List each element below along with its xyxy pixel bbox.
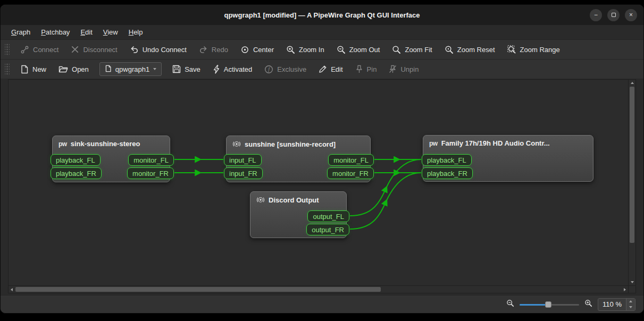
horizontal-scrollbar[interactable] [8,286,629,293]
menu-graph[interactable]: Graph [6,25,36,39]
scroll-left-button[interactable] [9,286,15,293]
node-title: sunshine [sunshine-record] [227,136,370,150]
zoom-in-small-icon[interactable] [584,299,592,309]
pipewire-icon: pw [429,140,438,147]
unpin-icon [389,65,397,73]
new-file-icon [20,65,29,74]
port-monitor-fr[interactable]: monitor_FR [127,167,174,179]
port-monitor-fl[interactable]: monitor_FL [128,154,174,166]
port-input-fr[interactable]: input_FR [224,167,263,179]
port-output-fl[interactable]: output_FL [307,210,349,222]
connect-icon [20,45,29,54]
redo-button[interactable]: Redo [194,43,233,57]
maximize-icon [612,13,616,17]
close-button[interactable]: × [625,9,637,21]
scroll-down-button[interactable] [629,279,635,285]
zoom-value[interactable]: 110 % [598,300,626,308]
open-button[interactable]: Open [53,62,94,76]
zoom-slider-thumb[interactable] [545,301,551,308]
port-output-fr[interactable]: output_FR [306,224,349,235]
center-icon [240,45,249,54]
open-folder-icon [58,65,68,73]
zoom-fit-button[interactable]: Zoom Fit [387,43,437,57]
port-monitor-fr[interactable]: monitor_FR [327,167,374,179]
central-area: pw sink-sunshine-stereo playback_FL play… [1,79,643,295]
port-playback-fr[interactable]: playback_FR [422,167,473,179]
zoom-decrement-button[interactable] [626,305,635,310]
patchbay-selector[interactable]: qpwgraph1 [99,62,162,76]
connections-layer [9,80,629,286]
patchbay-selector-value: qpwgraph1 [115,65,149,73]
statusbar: 110 % [1,295,643,313]
scroll-up-icon [631,82,634,84]
node-title: pw Family 17h/19h HD Audio Contr... [423,136,593,149]
node-sink-sunshine-stereo[interactable]: pw sink-sunshine-stereo playback_FL play… [52,136,170,182]
connect-button[interactable]: Connect [15,43,64,57]
minimize-button[interactable]: − [590,9,602,21]
spin-up-icon [629,300,632,302]
zoom-slider[interactable] [520,300,579,309]
graph-toolbar: Connect Disconnect Undo Connect Redo Cen… [1,40,643,60]
zoom-reset-button[interactable]: Zoom Reset [439,43,500,57]
menu-help[interactable]: Help [123,25,148,39]
activated-toggle[interactable]: Activated [207,62,257,77]
port-input-fl[interactable]: input_FL [224,154,262,166]
scroll-right-icon [624,288,626,291]
undo-icon [130,45,139,54]
toolbar-drag-handle[interactable] [5,44,10,55]
save-button[interactable]: Save [167,62,206,76]
zoom-in-button[interactable]: Zoom In [281,43,330,57]
node-sunshine[interactable]: sunshine [sunshine-record] input_FL inpu… [226,136,371,182]
node-title: pw sink-sunshine-stereo [53,136,170,150]
disconnect-icon [71,45,79,54]
zoom-spin-arrows [626,299,635,310]
node-title-text: Family 17h/19h HD Audio Contr... [441,139,550,147]
maximize-button[interactable] [607,9,620,21]
scroll-down-icon [631,281,634,283]
zoom-out-small-icon[interactable] [506,299,514,309]
unpin-button[interactable]: Unpin [383,62,424,76]
titlebar[interactable]: qpwgraph1 [modified] — A PipeWire Graph … [1,5,643,25]
zoom-out-button[interactable]: Zoom Out [331,43,386,57]
disconnect-button[interactable]: Disconnect [65,43,122,56]
node-family-hd-audio[interactable]: pw Family 17h/19h HD Audio Contr... play… [423,135,593,182]
svg-text:f: f [268,67,270,72]
patchbay-file-icon [105,65,112,74]
window-controls: − × [590,5,637,25]
window-title: qpwgraph1 [modified] — A PipeWire Graph … [224,11,420,19]
new-button[interactable]: New [15,62,52,77]
port-monitor-fl[interactable]: monitor_FL [328,154,374,166]
pencil-icon [319,65,327,73]
graph-canvas[interactable]: pw sink-sunshine-stereo playback_FL play… [8,79,629,286]
pipewire-icon: pw [58,140,67,148]
port-playback-fl[interactable]: playback_FL [51,154,101,166]
zoom-range-button[interactable]: Zoom Range [502,43,565,57]
menu-view[interactable]: View [98,25,123,39]
port-playback-fr[interactable]: playback_FR [51,167,102,179]
exclusive-toggle[interactable]: f Exclusive [259,62,312,77]
zoom-slider-fill [520,304,548,306]
edit-button[interactable]: Edit [313,62,348,76]
port-playback-fl[interactable]: playback_FL [422,154,472,166]
menu-edit[interactable]: Edit [75,25,97,39]
horizontal-scroll-handle[interactable] [15,287,381,292]
save-icon [172,65,181,73]
zoom-reset-icon [445,45,454,54]
menu-patchbay[interactable]: Patchbay [36,25,75,39]
undo-connect-button[interactable]: Undo Connect [124,43,192,57]
pin-button[interactable]: Pin [350,62,382,76]
vertical-scrollbar[interactable] [629,79,636,286]
scroll-up-button[interactable] [629,80,635,86]
exclusive-icon: f [264,65,273,74]
scroll-right-button[interactable] [622,286,628,293]
zoom-spinbox[interactable]: 110 % [598,298,635,311]
scrollbar-corner [629,286,636,293]
toolbar-drag-handle[interactable] [5,63,10,75]
node-title: Discord Output [250,192,346,206]
center-button[interactable]: Center [235,43,279,57]
node-discord-output[interactable]: Discord Output output_FL output_FR [250,191,347,238]
zoom-increment-button[interactable] [626,299,635,305]
vertical-scroll-handle[interactable] [630,87,634,243]
lightning-bolt-icon [213,65,220,74]
scroll-left-icon [11,288,13,291]
